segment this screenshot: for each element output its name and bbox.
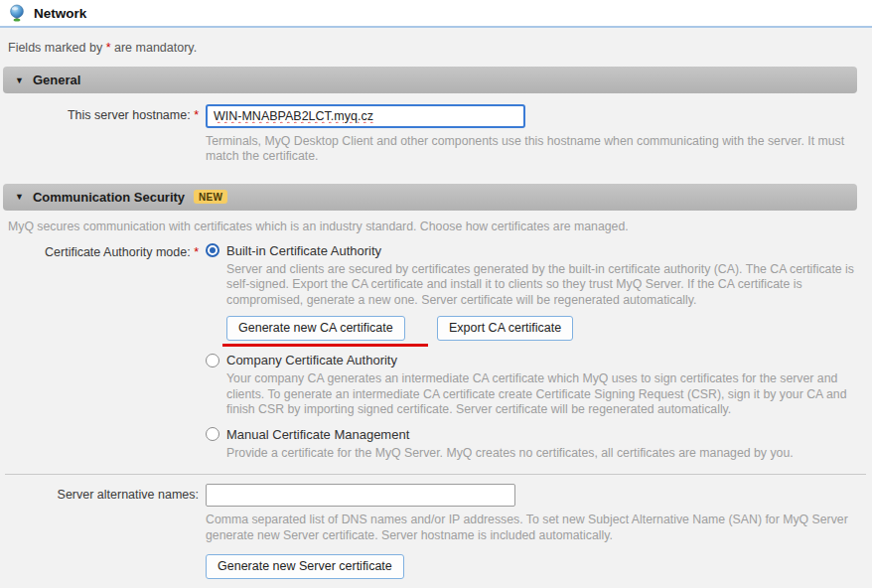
- new-badge: NEW: [194, 190, 227, 204]
- export-ca-certificate-button[interactable]: Export CA certificate: [437, 316, 573, 341]
- section-title-communication-security: Communication Security: [33, 190, 185, 205]
- radio-option-manual-certificate[interactable]: Manual Certificate Management: [206, 427, 872, 442]
- ca-mode-required-asterisk: *: [194, 245, 199, 259]
- radio-company-ca-label: Company Certificate Authority: [226, 353, 397, 368]
- collapse-arrow-icon: ▼: [15, 75, 24, 85]
- hostname-input[interactable]: [206, 104, 525, 128]
- san-label: Server alternative names:: [0, 484, 206, 579]
- radio-built-in-ca-icon[interactable]: [206, 243, 219, 257]
- generate-server-certificate-button[interactable]: Generate new Server certificate: [206, 554, 404, 579]
- san-label-text: Server alternative names:: [58, 488, 199, 502]
- mandatory-note-text2: are mandatory.: [111, 41, 198, 55]
- company-ca-description: Your company CA generates an intermediat…: [226, 371, 870, 417]
- mandatory-note-text: Fields marked by: [8, 41, 106, 55]
- section-header-general[interactable]: ▼ General: [3, 67, 857, 93]
- radio-manual-certificate-label: Manual Certificate Management: [226, 427, 409, 442]
- ca-mode-label-text: Certificate Authority mode:: [45, 245, 191, 259]
- hostname-row: This server hostname: * Terminals, MyQ D…: [0, 104, 872, 165]
- hostname-required-asterisk: *: [194, 108, 199, 122]
- radio-option-built-in-ca[interactable]: Built-in Certificate Authority: [206, 243, 872, 258]
- hostname-help: Terminals, MyQ Desktop Client and other …: [206, 134, 853, 165]
- mandatory-note: Fields marked by * are mandatory.: [8, 41, 864, 55]
- collapse-arrow-icon: ▼: [15, 192, 24, 202]
- red-annotation-underline: [222, 344, 428, 347]
- hostname-label-text: This server hostname:: [68, 108, 191, 122]
- radio-option-company-ca[interactable]: Company Certificate Authority: [206, 353, 872, 368]
- built-in-ca-description: Server and clients are secured by certif…: [226, 262, 870, 308]
- section-divider: [5, 474, 866, 475]
- radio-manual-certificate-icon[interactable]: [206, 427, 219, 441]
- manual-certificate-description: Provide a certificate for the MyQ Server…: [226, 446, 870, 461]
- globe-icon: [8, 4, 26, 22]
- page-title: Network: [34, 6, 86, 21]
- section-title-general: General: [33, 73, 80, 87]
- radio-built-in-ca-label: Built-in Certificate Authority: [226, 243, 381, 258]
- server-alternative-names-input[interactable]: [206, 484, 515, 507]
- section-header-communication-security[interactable]: ▼ Communication Security NEW: [3, 184, 857, 211]
- security-intro: MyQ secures communication with certifica…: [8, 220, 864, 233]
- radio-company-ca-icon[interactable]: [206, 354, 219, 368]
- san-row: Server alternative names: Comma separate…: [0, 484, 872, 579]
- hostname-label: This server hostname: *: [0, 104, 206, 165]
- generate-ca-certificate-button[interactable]: Generate new CA certificate: [226, 316, 405, 341]
- ca-mode-label: Certificate Authority mode: *: [0, 241, 206, 461]
- san-help: Comma separated list of DNS names and/or…: [206, 513, 849, 543]
- ca-mode-row: Certificate Authority mode: * Built-in C…: [0, 241, 872, 461]
- titlebar: Network: [0, 0, 872, 28]
